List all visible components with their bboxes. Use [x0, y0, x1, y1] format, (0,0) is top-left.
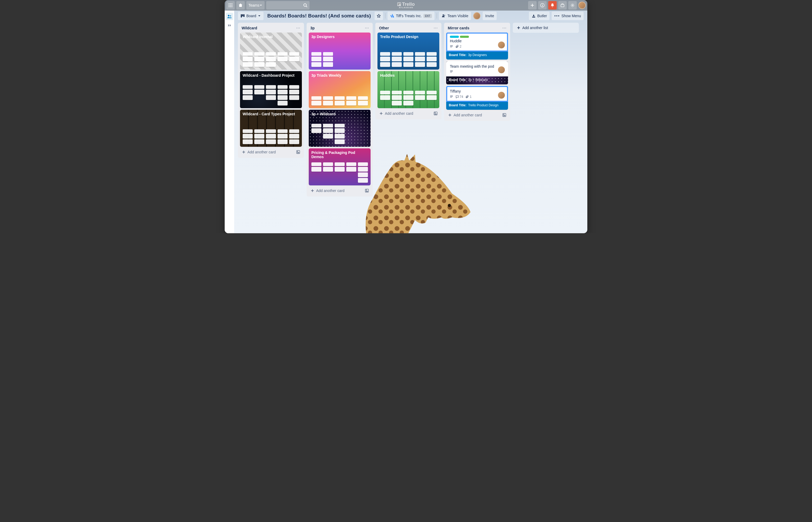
- board-icon: [241, 14, 245, 18]
- svg-rect-34: [366, 191, 368, 192]
- board-card-title: 3p Designers: [311, 35, 368, 39]
- board-card[interactable]: 3p + Wildcard: [309, 110, 371, 147]
- show-menu-button[interactable]: ••• Show Menu: [551, 12, 584, 20]
- mirror-card[interactable]: Tiffany 741 Board Title: Trello Product …: [446, 86, 508, 110]
- svg-rect-29: [296, 150, 300, 154]
- create-from-template-button[interactable]: [502, 113, 506, 117]
- add-list-button[interactable]: Add another list: [513, 23, 579, 33]
- search-input[interactable]: [266, 1, 310, 9]
- member-avatar[interactable]: [498, 41, 505, 48]
- svg-point-18: [228, 15, 229, 16]
- svg-rect-30: [297, 151, 298, 152]
- board-card[interactable]: Pricing & Packaging Pod Demos: [309, 148, 371, 185]
- svg-rect-31: [297, 152, 299, 153]
- briefcase-icon: [560, 3, 565, 7]
- board-card[interactable]: 3p Triads Weekly: [309, 71, 371, 108]
- svg-rect-12: [399, 3, 400, 4]
- plus-icon: [517, 26, 521, 30]
- workspace-nav[interactable]: [226, 13, 233, 20]
- teams-label: Teams: [248, 3, 259, 7]
- board-card[interactable]: Trello Product Design: [377, 33, 439, 69]
- mirror-card-source: Board Title: Trello Product Design: [446, 102, 508, 110]
- list-menu-button[interactable]: ⋯: [434, 25, 438, 31]
- template-icon: [434, 111, 438, 116]
- list-title[interactable]: 3p: [310, 26, 315, 30]
- list-menu-button[interactable]: ⋯: [296, 25, 300, 31]
- list-title[interactable]: Mirror cards: [448, 26, 470, 30]
- board-header: Board Boards! Boards! Boards! (And some …: [234, 11, 587, 21]
- info-button[interactable]: [538, 1, 547, 9]
- add-card-button[interactable]: Add another card: [446, 111, 508, 119]
- board-card-title: Huddles: [380, 73, 437, 78]
- board-card-title: Wildcard - Card Types Project: [243, 112, 299, 116]
- board-card[interactable]: Wildcard - Dashboard Project: [240, 71, 302, 108]
- mirror-card[interactable]: Team meeting with the pod Board Title: 3…: [446, 61, 508, 84]
- create-from-template-button[interactable]: [434, 111, 438, 116]
- list-menu-button[interactable]: ⋯: [502, 25, 506, 31]
- gift-button[interactable]: [558, 1, 567, 9]
- add-card-button[interactable]: Add another card: [240, 148, 302, 156]
- people-icon: [442, 14, 446, 18]
- expand-rail[interactable]: [226, 22, 233, 29]
- list-menu-button[interactable]: ⋯: [365, 25, 369, 31]
- mirror-card[interactable]: Huddle 2 Board Title: 3p Designers: [446, 33, 508, 60]
- apps-button[interactable]: [226, 1, 235, 9]
- board-card[interactable]: Wildcard Internal: [240, 33, 302, 69]
- svg-rect-37: [435, 114, 437, 115]
- attachment-icon: [466, 95, 469, 98]
- notifications-button[interactable]: [548, 1, 557, 9]
- user-avatar[interactable]: [578, 2, 586, 9]
- search-icon: [303, 3, 307, 7]
- svg-rect-38: [503, 114, 506, 117]
- board-card[interactable]: Wildcard - Card Types Project: [240, 110, 302, 147]
- list-title[interactable]: Other: [379, 26, 389, 30]
- list-title[interactable]: Wildcard: [242, 26, 257, 30]
- chevron-down-icon: [258, 14, 261, 17]
- svg-rect-40: [503, 115, 505, 116]
- star-button[interactable]: [375, 12, 383, 20]
- add-card-button[interactable]: Add another card: [377, 110, 439, 117]
- svg-rect-5: [232, 5, 232, 6]
- svg-rect-33: [366, 189, 367, 190]
- butler-button[interactable]: Butler: [529, 12, 550, 20]
- plus-icon: [448, 113, 452, 117]
- grid-icon: [228, 3, 233, 7]
- workspace-link[interactable]: Tiff's Treats Inc. ENT: [388, 12, 435, 20]
- menu-dots-icon: •••: [554, 14, 560, 18]
- settings-button[interactable]: [568, 1, 577, 9]
- board-card[interactable]: 3p Designers: [309, 33, 371, 69]
- board-title[interactable]: Boards! Boards! Boards! (And some cards): [266, 13, 372, 19]
- board-card-title: Trello Product Design: [380, 35, 437, 39]
- create-from-template-button[interactable]: [365, 188, 369, 193]
- divider: [385, 13, 386, 19]
- svg-point-19: [230, 15, 231, 17]
- svg-rect-11: [398, 3, 399, 5]
- list: Other ⋯ Trello Product Design Huddles Ad…: [375, 23, 441, 119]
- plus-icon: [242, 150, 246, 154]
- create-button[interactable]: [528, 1, 537, 9]
- divider: [437, 13, 437, 19]
- board-card[interactable]: Huddles: [377, 71, 439, 108]
- plus-icon: [379, 111, 383, 116]
- member-avatar[interactable]: [498, 92, 505, 99]
- visibility-button[interactable]: Team Visible: [439, 12, 471, 20]
- invite-button[interactable]: Invite: [483, 12, 497, 20]
- plus-icon: [530, 3, 535, 7]
- add-card-button[interactable]: Add another card: [309, 187, 371, 194]
- template-icon: [502, 113, 506, 117]
- member-avatar[interactable]: [473, 12, 481, 20]
- home-button[interactable]: [236, 1, 245, 9]
- member-avatar[interactable]: [498, 66, 505, 73]
- board-view-switcher[interactable]: Board: [238, 12, 264, 20]
- home-icon: [238, 3, 243, 7]
- svg-rect-21: [242, 14, 243, 16]
- teams-dropdown[interactable]: Teams: [246, 1, 265, 9]
- comment-icon: [456, 95, 459, 98]
- svg-point-17: [572, 5, 573, 6]
- svg-rect-22: [244, 14, 245, 17]
- svg-rect-16: [561, 4, 564, 7]
- butler-icon: [532, 14, 536, 18]
- svg-point-9: [304, 4, 306, 6]
- card-title: Team meeting with the pod: [450, 64, 504, 68]
- create-from-template-button[interactable]: [296, 150, 300, 154]
